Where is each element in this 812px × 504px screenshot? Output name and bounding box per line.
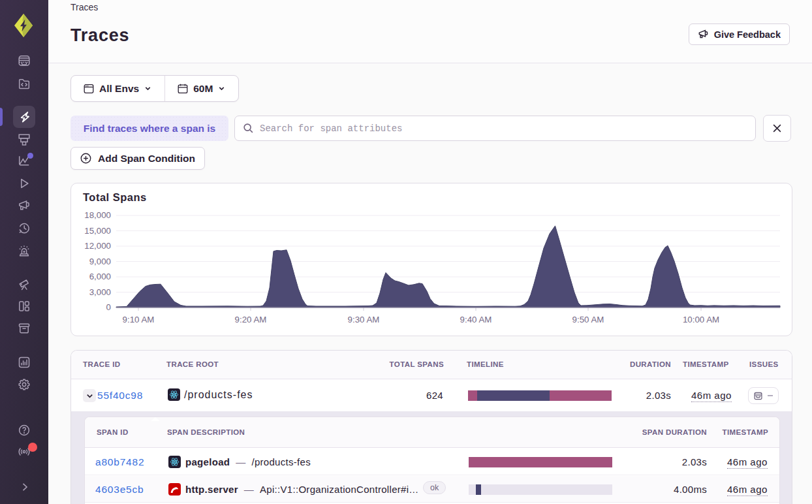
svg-text:0: 0 — [106, 302, 111, 312]
svg-text:9:10 AM: 9:10 AM — [123, 315, 155, 324]
svg-text:9:40 AM: 9:40 AM — [460, 315, 492, 324]
svg-text:3,000: 3,000 — [89, 287, 111, 297]
svg-text:9:30 AM: 9:30 AM — [348, 315, 380, 324]
svg-text:18,000: 18,000 — [84, 210, 111, 220]
svg-text:6,000: 6,000 — [89, 272, 111, 281]
svg-text:9,000: 9,000 — [89, 257, 111, 266]
svg-text:9:20 AM: 9:20 AM — [235, 315, 267, 324]
svg-text:12,000: 12,000 — [84, 241, 111, 251]
svg-text:10:00 AM: 10:00 AM — [683, 315, 719, 324]
svg-text:9:50 AM: 9:50 AM — [572, 315, 604, 324]
svg-text:15,000: 15,000 — [84, 226, 111, 236]
